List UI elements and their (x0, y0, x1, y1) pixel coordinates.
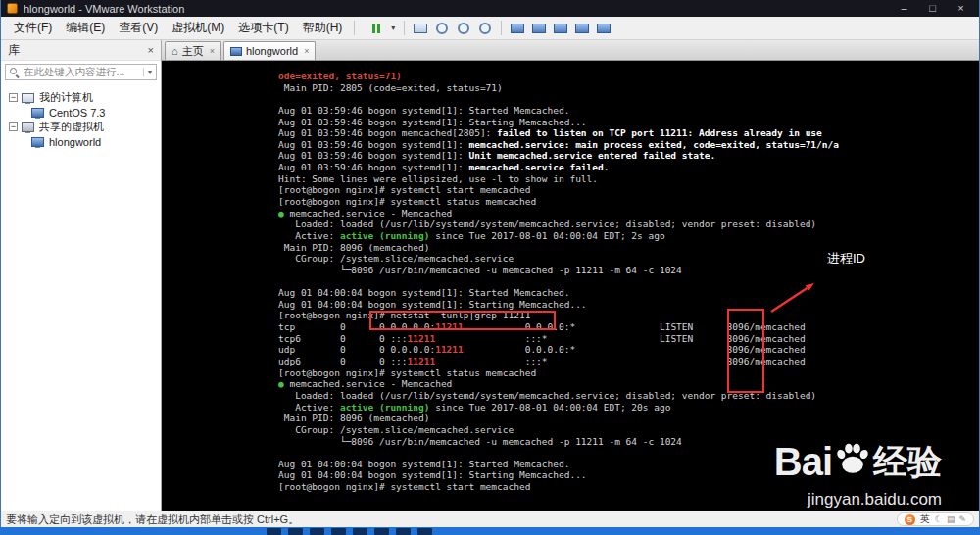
tab-close-icon[interactable]: × (304, 46, 309, 56)
terminal-line: Main PID: 8096 (memcached) (278, 413, 839, 424)
unity-mode-button-glyph (575, 24, 589, 33)
vm-icon (31, 137, 44, 147)
terminal-line: Aug 01 03:59:46 bogon systemd[1]: Unit m… (278, 150, 839, 162)
library-search-input[interactable]: 在此处键入内容进行... ▾ (5, 64, 157, 80)
ime-extra-icons: ☾▤✎ (935, 514, 966, 524)
tab-close-icon[interactable]: × (210, 46, 215, 56)
terminal-line: Aug 01 03:59:46 bogon systemd[1]: memcac… (278, 162, 839, 173)
toolbar-separator (354, 21, 355, 35)
terminal-line: ode=exited, status=71) (278, 71, 839, 82)
send-ctrl-alt-del-button[interactable] (411, 20, 430, 37)
manage-snapshots-button[interactable] (475, 20, 495, 37)
terminal-line: Active: active (running) since Tue 2017-… (278, 230, 839, 242)
menu-item[interactable]: 编辑(E) (59, 17, 112, 39)
show-thumbnail-bar-button-glyph (597, 24, 611, 33)
maximize-button[interactable]: □ (918, 1, 947, 17)
taskbar-app-icon[interactable] (267, 528, 281, 535)
terminal-line: Main PID: 2805 (code=exited, status=71) (278, 82, 839, 94)
close-button[interactable]: × (947, 1, 975, 17)
taskbar-app-icon[interactable] (396, 528, 411, 535)
library-header: 库 × (1, 40, 161, 61)
tree-item-共享的虚拟机[interactable]: −共享的虚拟机 (1, 120, 161, 134)
collapse-toggle-icon[interactable]: − (9, 122, 18, 131)
taskbar-app-icon[interactable] (288, 528, 303, 535)
menu-item[interactable]: 虚拟机(M) (165, 17, 231, 39)
menu-item[interactable]: 文件(F) (7, 17, 59, 39)
revert-snapshot-button[interactable] (454, 20, 473, 37)
tab-label: hlongworld (246, 45, 298, 57)
terminal-line: CGroup: /system.slice/memcached.service (278, 424, 839, 436)
toolbar-separator (501, 21, 502, 35)
tab-主页[interactable]: ⌂主页× (165, 41, 221, 60)
terminal-line: Aug 01 04:00:04 bogon systemd[1]: Starti… (278, 469, 839, 481)
status-message: 要将输入定向到该虚拟机，请在虚拟机内部单击或按 Ctrl+G。 (6, 512, 299, 527)
terminal-output: ode=exited, status=71) Main PID: 2805 (c… (278, 71, 839, 493)
tree-item-label: 我的计算机 (39, 90, 93, 105)
ime-bar[interactable]: S 英 ☾▤✎ (897, 512, 974, 526)
terminal-line: Aug 01 03:59:46 bogon systemd[1]: memcac… (278, 139, 839, 151)
terminal-line: Active: active (running) since Tue 2017-… (278, 402, 839, 413)
search-placeholder: 在此处键入内容进行... (24, 66, 143, 79)
watermark-domain: jingyan.baidu.com (808, 490, 942, 510)
ime-tool-icon[interactable]: ✎ (958, 514, 966, 524)
taskbar-app-icon[interactable] (374, 528, 389, 535)
tree-item-我的计算机[interactable]: −我的计算机 (1, 90, 161, 105)
process-id-label: 进程ID (827, 250, 865, 268)
terminal-line: [root@bogon nginx]# systemctl status mem… (278, 196, 839, 208)
library-close-icon[interactable]: × (148, 44, 154, 56)
fullscreen-button-glyph (554, 24, 567, 33)
revert-snapshot-button-glyph (458, 23, 469, 34)
unity-mode-button[interactable] (572, 20, 592, 37)
taskbar-app-icon[interactable] (417, 528, 432, 535)
fullscreen-button[interactable] (551, 20, 570, 37)
collapse-toggle-icon[interactable]: − (9, 93, 18, 102)
terminal-line (278, 276, 839, 288)
taskbar-app-icon[interactable] (310, 528, 324, 535)
power-options-dropdown[interactable]: ▾ (388, 20, 398, 37)
annotation-box-netstat-command (369, 311, 556, 330)
console-view-button[interactable] (529, 20, 549, 37)
terminal-line: [root@bogon nginx]# systemctl start memc… (278, 481, 839, 493)
taskbar-app-icon[interactable] (353, 528, 368, 535)
minimize-button[interactable]: – (890, 1, 918, 17)
toolbar-icons: ▾ (366, 20, 614, 37)
terminal-line: Aug 01 04:00:04 bogon systemd[1]: Starte… (278, 459, 839, 470)
tree-item-label: hlongworld (49, 136, 101, 148)
vm-area: ⌂主页×hlongworld× ode=exited, status=71) M… (162, 40, 979, 511)
vm-console[interactable]: ode=exited, status=71) Main PID: 2805 (c… (162, 61, 979, 511)
terminal-line: └─8096 /usr/bin/memcached -u memcached -… (278, 436, 839, 448)
tree-item-hlongworld[interactable]: hlongworld (1, 134, 161, 149)
menu-item[interactable]: 帮助(H) (296, 17, 350, 39)
terminal-line (278, 93, 839, 105)
terminal-line: Aug 01 04:00:04 bogon systemd[1]: Starte… (278, 287, 839, 299)
show-thumbnail-bar-button[interactable] (594, 20, 613, 37)
tab-bar: ⌂主页×hlongworld× (162, 40, 979, 61)
library-title: 库 (8, 42, 20, 59)
ime-logo-icon[interactable]: S (905, 514, 915, 525)
tree-item-label: 共享的虚拟机 (39, 120, 104, 134)
power-pause-button[interactable] (367, 20, 386, 37)
tree-item-CentOS 7.3[interactable]: CentOS 7.3 (1, 105, 161, 120)
main-area: 库 × 在此处键入内容进行... ▾ −我的计算机CentOS 7.3−共享的虚… (1, 40, 979, 511)
take-snapshot-button[interactable] (432, 20, 452, 37)
vm-icon (31, 108, 44, 118)
taskbar-app-icon[interactable] (331, 528, 346, 535)
windows-taskbar[interactable] (0, 527, 980, 535)
terminal-line: Hint: Some lines were ellipsized, use -l… (278, 173, 839, 185)
window-controls: – □ × (890, 1, 975, 17)
tab-hlongworld[interactable]: hlongworld× (223, 41, 316, 60)
menu-item[interactable]: 查看(V) (112, 17, 165, 39)
watermark-bai-text: Bai (774, 440, 832, 484)
menu-item[interactable]: 选项卡(T) (231, 17, 295, 39)
ime-language-mode[interactable]: 英 (920, 512, 930, 526)
show-library-button[interactable] (508, 20, 527, 37)
home-icon: ⌂ (172, 46, 178, 56)
search-dropdown-icon[interactable]: ▾ (143, 68, 152, 76)
terminal-line: └─8096 /usr/bin/memcached -u memcached -… (278, 265, 839, 276)
library-tree: −我的计算机CentOS 7.3−共享的虚拟机hlongworld (1, 83, 161, 149)
vmware-window: hlongworld - VMware Workstation – □ × 文件… (0, 0, 980, 527)
toolbar-separator (404, 21, 405, 35)
ime-tool-icon[interactable]: ☾ (935, 514, 943, 524)
ime-tool-icon[interactable]: ▤ (947, 514, 956, 524)
menu-bar: 文件(F)编辑(E)查看(V)虚拟机(M)选项卡(T)帮助(H) ▾ (1, 17, 979, 40)
